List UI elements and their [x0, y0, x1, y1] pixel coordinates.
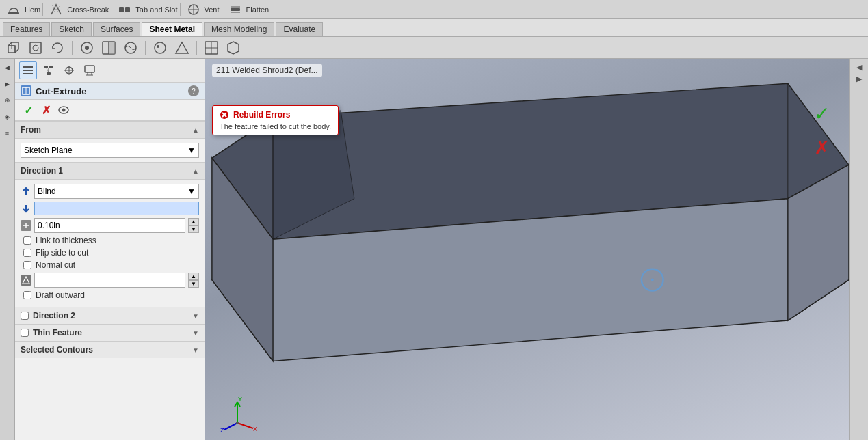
svg-point-22 — [157, 45, 159, 48]
thin-feature-header[interactable]: Thin Feature ▼ — [15, 325, 205, 341]
draft-angle-input[interactable] — [34, 273, 185, 288]
link-thickness-label: Link to thickness — [36, 236, 96, 245]
top-toolbar: Hem Cross-Break Tab and Slot Vent Flatte… — [0, 0, 868, 19]
left-bar-btn-4[interactable]: ◈ — [1, 111, 14, 123]
tab-bar: Features Sketch Surfaces Sheet Metal Mes… — [0, 19, 868, 37]
selected-contours-header[interactable]: Selected Contours ▼ — [15, 342, 205, 358]
svg-rect-1 — [119, 7, 124, 12]
depth-spin-down[interactable]: ▼ — [188, 225, 199, 233]
svg-line-67 — [224, 423, 237, 430]
svg-point-62 — [651, 279, 654, 281]
direction1-arrow-icon[interactable] — [21, 186, 31, 197]
direction1-label: Direction 1 — [21, 166, 63, 176]
tab-mesh-modeling[interactable]: Mesh Modeling — [204, 22, 274, 36]
direction1-section-header[interactable]: Direction 1 ▲ — [15, 162, 205, 180]
toolbar-crossbreak-label[interactable]: Cross-Break — [67, 5, 109, 14]
viewport-cancel-btn[interactable]: ✗ — [808, 134, 835, 161]
from-section-header[interactable]: From ▲ — [15, 121, 205, 139]
display-pane-btn[interactable] — [202, 39, 221, 57]
svg-rect-27 — [23, 66, 33, 68]
preview-button[interactable] — [56, 102, 71, 118]
svg-rect-2 — [125, 7, 130, 12]
tab-features[interactable]: Features — [3, 22, 50, 36]
toolbar-flatten[interactable] — [224, 1, 246, 18]
left-bar-btn-1[interactable]: ◀ — [1, 61, 14, 74]
direction1-flip-icon[interactable] — [21, 203, 31, 214]
appearance-btn[interactable] — [150, 39, 170, 57]
direction1-type-row: Blind ▼ — [21, 184, 199, 199]
toolbar-cross-break[interactable] — [45, 1, 67, 18]
depth-spin-buttons: ▲ ▼ — [188, 218, 199, 233]
from-dropdown[interactable]: Sketch Plane ▼ — [21, 143, 199, 158]
direction2-section: Direction 2 ▼ — [15, 307, 205, 324]
accept-button[interactable]: ✓ — [21, 102, 36, 118]
selected-contours-collapse-icon: ▼ — [192, 346, 199, 354]
draft-icon-row: ▲ ▼ — [21, 273, 199, 288]
viewport[interactable]: 211 Welded Shroud2 (Def... Rebuild Error… — [205, 59, 849, 440]
depth-spin-up[interactable]: ▲ — [188, 218, 199, 225]
viewport-accept-btn[interactable]: ✓ — [808, 100, 835, 127]
view-settings-btn[interactable] — [224, 39, 243, 57]
link-thickness-checkbox[interactable] — [23, 236, 31, 245]
thin-feature-checkbox[interactable] — [21, 329, 29, 337]
right-strip-btn-1[interactable]: ◀ — [856, 63, 862, 72]
draft-spin-up[interactable]: ▲ — [188, 273, 199, 280]
toolbar-flatten-label[interactable]: Flatten — [246, 5, 269, 14]
draft-angle-icon — [21, 275, 31, 286]
error-tooltip: Rebuild Errors The feature failed to cut… — [212, 105, 339, 135]
left-bar-btn-2[interactable]: ▶ — [1, 78, 14, 90]
left-bar-btn-5[interactable]: ≡ — [1, 127, 14, 139]
normal-cut-checkbox[interactable] — [23, 261, 31, 269]
display-style-btn[interactable] — [121, 39, 140, 57]
scenes-btn[interactable] — [172, 39, 192, 57]
flip-side-label: Flip side to cut — [36, 248, 88, 258]
flip-side-checkbox[interactable] — [23, 249, 31, 257]
direction2-header[interactable]: Direction 2 ▼ — [15, 307, 205, 324]
depth-input[interactable]: 0.10in — [34, 218, 185, 233]
direction2-label: Direction 2 — [33, 311, 188, 320]
direction1-text-input[interactable] — [34, 202, 199, 215]
panel-icon-list[interactable] — [19, 61, 37, 79]
tab-sheet-metal[interactable]: Sheet Metal — [142, 22, 202, 36]
thin-feature-collapse-icon: ▼ — [192, 329, 199, 337]
draft-spin-down[interactable]: ▼ — [188, 280, 199, 288]
toolbar-tab-slot[interactable] — [114, 1, 135, 18]
error-message: The feature failed to cut the body. — [220, 122, 331, 130]
left-bar-btn-3[interactable]: ⊕ — [1, 94, 14, 107]
normal-view-btn[interactable] — [77, 39, 96, 57]
error-title-text: Rebuild Errors — [233, 110, 290, 120]
panel-icon-tree[interactable] — [40, 61, 57, 79]
toolbar-hem[interactable] — [3, 1, 25, 18]
draft-outward-row: Draft outward — [21, 290, 199, 300]
help-button[interactable]: ? — [188, 85, 199, 96]
section-view-btn[interactable] — [99, 39, 118, 57]
rotate-view-btn[interactable] — [48, 39, 67, 57]
cancel-button[interactable]: ✗ — [38, 102, 53, 118]
right-strip-btn-2[interactable]: ▶ — [856, 74, 862, 83]
panel-icon-display[interactable] — [81, 61, 98, 79]
toolbar-vent[interactable] — [183, 1, 205, 18]
direction2-checkbox[interactable] — [21, 312, 29, 320]
toolbar-vent-label[interactable]: Vent — [205, 5, 220, 14]
svg-rect-32 — [47, 72, 51, 75]
direction1-type-dropdown[interactable]: Blind ▼ — [34, 184, 199, 199]
tab-evaluate[interactable]: Evaluate — [276, 22, 323, 36]
view-3d-btn[interactable] — [4, 39, 23, 57]
toolbar-tabslot-label[interactable]: Tab and Slot — [135, 5, 177, 14]
svg-marker-23 — [176, 42, 188, 53]
direction1-type-arrow: ▼ — [187, 187, 196, 196]
from-dropdown-arrow: ▼ — [187, 146, 196, 155]
panel-icon-config[interactable] — [60, 61, 78, 79]
tab-sketch[interactable]: Sketch — [51, 22, 92, 36]
flip-side-row: Flip side to cut — [21, 248, 199, 258]
draft-outward-checkbox[interactable] — [23, 291, 31, 299]
svg-point-16 — [85, 46, 89, 50]
svg-point-45 — [62, 109, 66, 112]
error-title-row: Rebuild Errors — [220, 110, 331, 120]
error-icon — [220, 110, 229, 120]
icon-toolbar — [0, 37, 868, 59]
view-front-btn[interactable] — [26, 39, 45, 57]
left-icon-bar: ◀ ▶ ⊕ ◈ ≡ — [0, 59, 15, 440]
toolbar-hem-label[interactable]: Hem — [25, 5, 40, 14]
tab-surfaces[interactable]: Surfaces — [93, 22, 140, 36]
